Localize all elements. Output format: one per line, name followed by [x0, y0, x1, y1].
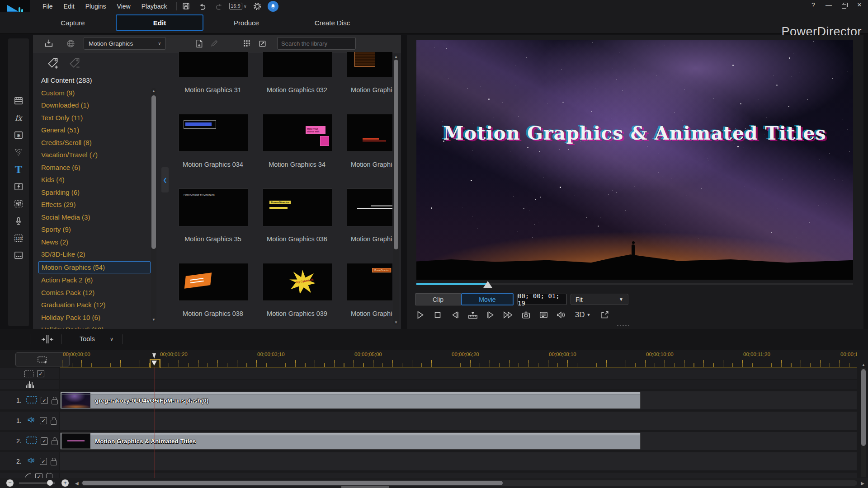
minimize-button[interactable]: —: [825, 1, 833, 9]
category-item[interactable]: Romance (6): [38, 162, 151, 173]
zoom-out-button[interactable]: −: [6, 479, 14, 487]
next-frame-button[interactable]: [484, 308, 497, 322]
preview-seekbar[interactable]: [416, 281, 853, 287]
waveform-lane[interactable]: [60, 380, 857, 389]
snapshot-camera-icon[interactable]: [519, 308, 533, 322]
add-tag-icon[interactable]: [47, 56, 60, 72]
zoom-in-button[interactable]: +: [61, 479, 69, 487]
scroll-up-arrow[interactable]: ▲: [861, 362, 866, 367]
panel-resize-handle[interactable]: [617, 325, 629, 326]
3d-mode-dropdown[interactable]: 3D ▼: [572, 308, 594, 322]
track-enable-checkbox[interactable]: ✓: [41, 397, 48, 404]
lock-icon[interactable]: [52, 440, 58, 445]
category-item[interactable]: Social Media (3): [38, 211, 151, 223]
help-button[interactable]: ?: [809, 1, 817, 9]
restore-button[interactable]: [840, 1, 848, 9]
scroll-up-arrow[interactable]: ▲: [393, 54, 399, 59]
fx-lane[interactable]: [60, 473, 857, 478]
track-lane[interactable]: greg-rakozy-0LU4vO5iFpM-unsplash(0): [60, 391, 857, 409]
library-item-thumbnail[interactable]: [347, 114, 392, 152]
keyframe-curve-icon[interactable]: [24, 473, 32, 478]
library-item-thumbnail[interactable]: [347, 52, 392, 77]
save-icon[interactable]: [180, 1, 192, 11]
timeline-vscrollbar[interactable]: ▲: [861, 368, 866, 477]
zoom-slider-knob[interactable]: [47, 480, 53, 486]
category-item[interactable]: Downloaded (1): [38, 99, 151, 111]
track-lane[interactable]: Motion Graphics & Animated Titles: [60, 432, 857, 450]
track-enable-checkbox[interactable]: ✓: [35, 473, 42, 478]
category-item[interactable]: General (51): [38, 124, 151, 136]
undo-icon[interactable]: [197, 1, 208, 11]
library-scrollbar[interactable]: ▲ ▼: [393, 54, 399, 325]
category-item[interactable]: Effects (29): [38, 199, 151, 210]
category-item[interactable]: Sparkling (6): [38, 187, 151, 198]
previous-frame-button[interactable]: [448, 308, 462, 322]
range-select-icon[interactable]: [24, 371, 33, 377]
lock-icon[interactable]: [52, 399, 58, 404]
track-lane[interactable]: [60, 452, 857, 470]
audio-mixing-room-icon[interactable]: [8, 197, 29, 211]
tools-dropdown[interactable]: Tools: [80, 335, 95, 343]
track-enable-checkbox[interactable]: ✓: [37, 370, 44, 377]
menu-item-file[interactable]: File: [37, 1, 58, 12]
play-button[interactable]: [413, 308, 427, 322]
library-item-thumbnail[interactable]: PowerDirector: [263, 188, 332, 226]
library-item-thumbnail[interactable]: [179, 52, 248, 77]
track-enable-checkbox[interactable]: ✓: [40, 417, 47, 424]
category-item[interactable]: News (2): [38, 236, 151, 248]
timeline-zoom-slider[interactable]: [19, 483, 55, 483]
scroll-left-arrow[interactable]: ◀: [75, 481, 79, 486]
grid-view-icon[interactable]: [239, 37, 255, 50]
category-item[interactable]: Credits/Scroll (8): [38, 137, 151, 148]
library-item[interactable]: Motion Graphics 31: [179, 52, 247, 114]
tab-capture[interactable]: Capture: [30, 12, 116, 33]
category-item[interactable]: Sporty (9): [38, 224, 151, 235]
library-item-thumbnail[interactable]: Make your videos with: [263, 114, 332, 152]
scroll-right-arrow[interactable]: ▶: [861, 481, 864, 486]
lock-icon[interactable]: [51, 420, 57, 425]
transition-room-icon[interactable]: [8, 179, 29, 194]
zoom-fit-dropdown[interactable]: Fit ▼: [571, 294, 628, 305]
lock-icon[interactable]: [46, 474, 52, 478]
chapter-room-icon[interactable]: 123: [8, 231, 29, 245]
library-item-thumbnail[interactable]: [179, 114, 248, 152]
media-room-icon[interactable]: [8, 94, 29, 108]
timeline-hscrollbar[interactable]: [81, 480, 858, 486]
preview-video[interactable]: Motion Graphics & Animated Titles: [416, 40, 853, 280]
library-item[interactable]: Motion Graphics 034: [179, 114, 247, 188]
library-search-input[interactable]: [280, 40, 362, 47]
library-item[interactable]: Try CyberLinkMotion Graphics 039: [263, 263, 331, 329]
scrollbar-thumb[interactable]: [394, 60, 398, 249]
aspect-ratio-selector[interactable]: 16:9 ∨: [229, 3, 247, 9]
remove-tag-icon[interactable]: [68, 56, 82, 72]
library-item[interactable]: PowerDirectorMotion Graphics 032: [263, 52, 331, 114]
range-lane[interactable]: [60, 368, 857, 379]
tab-produce[interactable]: Produce: [203, 12, 289, 33]
category-item[interactable]: Vacation/Travel (7): [38, 149, 151, 160]
import-media-icon[interactable]: [41, 37, 57, 50]
seek-ruler-button[interactable]: [466, 308, 480, 322]
library-item-thumbnail[interactable]: PowerDirector: [347, 263, 392, 301]
title-room-icon[interactable]: T: [8, 162, 29, 177]
timeline-clip[interactable]: greg-rakozy-0LU4vO5iFpM-unsplash(0): [60, 392, 641, 409]
split-clip-icon[interactable]: [41, 334, 54, 347]
category-item[interactable]: Text Only (11): [38, 112, 151, 123]
library-item-thumbnail[interactable]: [347, 188, 392, 226]
library-item-thumbnail[interactable]: Try CyberLink: [263, 263, 332, 301]
scrollbar-thumb[interactable]: [861, 369, 866, 446]
library-search[interactable]: [277, 37, 356, 50]
edit-title-icon[interactable]: [207, 37, 222, 50]
library-item[interactable]: Motion Graphics 035: [347, 114, 392, 188]
settings-gear-icon[interactable]: [251, 1, 263, 11]
timeline-clip[interactable]: Motion Graphics & Animated Titles: [60, 432, 641, 450]
subtitle-room-icon[interactable]: [8, 248, 29, 263]
category-item[interactable]: All Content (283): [38, 75, 151, 86]
menu-item-playback[interactable]: Playback: [136, 1, 173, 12]
particle-room-icon[interactable]: [8, 145, 29, 160]
library-item[interactable]: Motion Graphics 037: [347, 188, 392, 263]
pip-objects-room-icon[interactable]: ✱: [8, 128, 29, 142]
new-title-icon[interactable]: [191, 37, 207, 50]
library-item[interactable]: Motion Graphics 038: [179, 263, 247, 329]
category-item[interactable]: Motion Graphics (54): [38, 261, 151, 273]
track-enable-checkbox[interactable]: ✓: [41, 437, 48, 445]
